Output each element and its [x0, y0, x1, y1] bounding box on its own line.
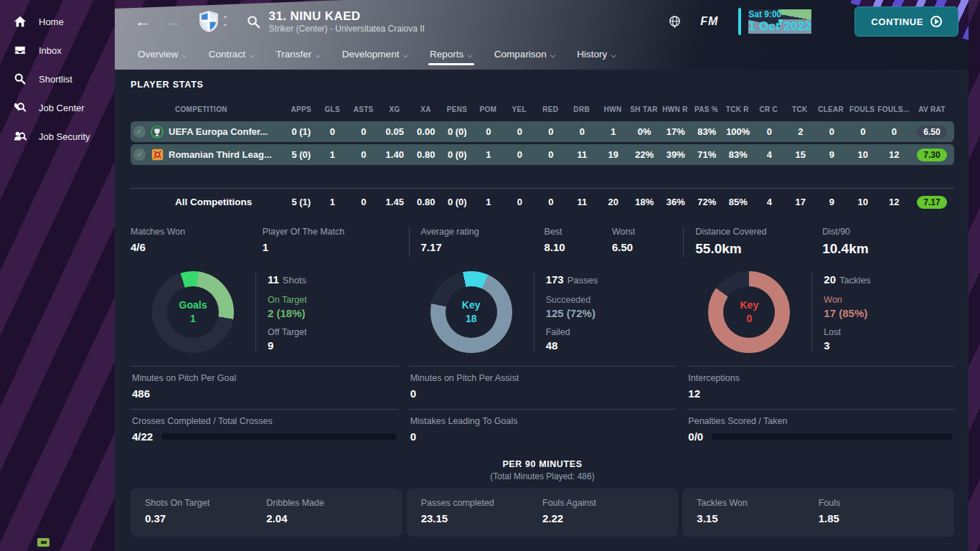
- goals-donut-chart: Goals 1: [152, 271, 234, 353]
- chevron-down-icon: ⌵: [611, 51, 616, 59]
- col-tck[interactable]: TCK: [784, 105, 815, 113]
- col-crc[interactable]: CR C: [753, 105, 784, 113]
- per-90-card-shooting: Shots On Target0.37 Dribbles Made2.04: [131, 489, 402, 537]
- sidebar-item-job-center[interactable]: Job Center: [0, 93, 115, 122]
- per-90-section: PER 90 MINUTES (Total Minutes Played: 48…: [131, 459, 954, 537]
- sidebar-item-job-security[interactable]: Job Security: [0, 122, 115, 151]
- tab-reports[interactable]: Reports⌵: [421, 43, 481, 67]
- sidebar-item-home[interactable]: Home: [0, 7, 115, 36]
- col-yel[interactable]: YEL: [504, 105, 534, 113]
- tab-development[interactable]: Development⌵: [334, 43, 417, 67]
- detail-columns: Minutes on Pitch Per Goal 486 Crosses Co…: [131, 366, 954, 452]
- stat-player-of-the-match: Player Of The Match1: [263, 227, 409, 257]
- stat-average-rating: Average rating7.17: [409, 227, 545, 257]
- search-icon[interactable]: [247, 15, 260, 29]
- col-clear[interactable]: CLEAR: [815, 105, 846, 113]
- tab-history[interactable]: History⌵: [568, 43, 625, 67]
- tackles-panel: Key 0 20Tackles Won17 (85%) Lost3: [687, 265, 954, 359]
- stat-distance-per-90: Dist/9010.4km: [822, 227, 954, 257]
- donut-panels: Goals 1 11Shots On Target2 (18%) Off Tar…: [131, 265, 954, 359]
- col-pom[interactable]: POM: [473, 105, 504, 113]
- col-hwn[interactable]: HWN: [597, 105, 628, 113]
- col-fouls-against[interactable]: FOULS...: [877, 105, 910, 113]
- competition-name: Romanian Third Leag...: [169, 149, 272, 160]
- chevron-down-icon: ⌵: [550, 51, 556, 59]
- section-title-player-stats: PLAYER STATS: [131, 80, 954, 90]
- stat-minutes-per-assist: Minutes on Pitch Per Assist 0: [409, 366, 677, 409]
- table-row-all-competitions[interactable]: All Competitions 5 (1) 1 0 1.45 0.80 0 (…: [131, 188, 954, 215]
- stat-tackles-won-per-90: Tackles Won3.15: [697, 498, 818, 524]
- sidebar-item-shortlist[interactable]: Shortlist: [0, 65, 115, 93]
- passes-donut-chart: Key 18: [430, 271, 512, 353]
- competition-name: UEFA Europa Confer...: [169, 126, 268, 137]
- app-window: ← → ⌃⌄ 31. NINU KAED Striker (C: [115, 0, 969, 551]
- chevron-down-icon: ⌵: [182, 51, 187, 59]
- tab-comparison[interactable]: Comparison⌵: [486, 43, 564, 67]
- per-90-card-passing: Passes completed23.15 Fouls Against2.22: [407, 489, 679, 537]
- col-hwnr[interactable]: HWN R: [659, 105, 690, 113]
- tackles-donut-chart: Key 0: [708, 271, 790, 353]
- stat-fouls-against-per-90: Fouls Against2.22: [542, 498, 664, 524]
- magnifier-icon: [13, 72, 27, 86]
- col-pens[interactable]: PENS: [441, 105, 472, 113]
- check-circle-icon: ✓: [133, 149, 146, 161]
- globe-icon[interactable]: [668, 15, 682, 29]
- col-gls[interactable]: GLS: [316, 105, 347, 113]
- col-tckr[interactable]: TCK R: [722, 105, 753, 113]
- col-fouls[interactable]: FOULS: [847, 105, 877, 113]
- app-header: ← → ⌃⌄ 31. NINU KAED Striker (C: [115, 0, 969, 70]
- game-date-value: 1 Oct 2022: [748, 19, 811, 34]
- fm-logo: FM: [700, 15, 718, 28]
- connection-status-icon: [37, 538, 50, 547]
- per-90-title: PER 90 MINUTES: [131, 459, 954, 469]
- sidebar: Home Inbox Shortlist Job Center Job Secu…: [0, 0, 115, 551]
- tab-contract[interactable]: Contract⌵: [200, 43, 263, 67]
- tab-transfer[interactable]: Transfer⌵: [267, 43, 329, 67]
- col-shtar[interactable]: SH TAR: [628, 105, 659, 113]
- tab-overview[interactable]: Overview⌵: [129, 43, 196, 67]
- table-row-uefa-europa-conference[interactable]: ✓ UEFA Europa Confer... 0 (1) 0 0 0.05 0…: [131, 121, 954, 142]
- forward-arrow-icon[interactable]: →: [158, 11, 188, 32]
- chevron-down-icon: ⌵: [402, 51, 408, 59]
- average-rating-badge: 7.30: [917, 149, 946, 161]
- table-row-romanian-third-league[interactable]: ✓ Romanian Third Leag... 5 (0) 1 0 1.40 …: [131, 144, 954, 165]
- player-subtitle: Striker (Center) - Universitatea Craiova…: [269, 24, 425, 34]
- heart-search-icon: [13, 100, 27, 115]
- continue-button[interactable]: CONTINUE: [854, 6, 958, 37]
- stat-shots-on-target-per-90: Shots On Target0.37: [145, 498, 266, 524]
- date-accent-bar: [738, 8, 741, 35]
- game-date: Sat 9:00 1 Oct 2022: [738, 8, 811, 35]
- col-pas[interactable]: PAS %: [691, 105, 722, 113]
- sidebar-item-label: Inbox: [39, 45, 62, 56]
- sidebar-item-label: Home: [39, 17, 64, 27]
- col-asts[interactable]: ASTS: [348, 105, 379, 113]
- sidebar-item-label: Job Security: [39, 131, 90, 142]
- club-badge-selector[interactable]: ⌃⌄: [198, 10, 228, 33]
- col-drb[interactable]: DRB: [566, 105, 597, 113]
- sidebar-item-label: Shortlist: [39, 74, 72, 85]
- chevron-down-icon: ⌵: [315, 51, 321, 59]
- col-apps[interactable]: APPS: [286, 105, 316, 113]
- col-avrat[interactable]: AV RAT: [910, 105, 954, 113]
- col-xg[interactable]: XG: [379, 105, 410, 113]
- stat-penalties-scored-taken: Penalties Scored / Taken 0/0: [687, 409, 954, 452]
- sidebar-item-label: Job Center: [39, 103, 85, 113]
- stat-fouls-per-90: Fouls1.85: [819, 498, 940, 524]
- passes-panel: Key 18 173Passes Succeeded125 (72%) Fail…: [409, 265, 677, 359]
- col-red[interactable]: RED: [535, 105, 566, 113]
- sidebar-item-inbox[interactable]: Inbox: [0, 36, 115, 65]
- goals-panel: Goals 1 11Shots On Target2 (18%) Off Tar…: [131, 265, 398, 359]
- stat-distance-covered: Distance Covered55.0km: [683, 227, 822, 257]
- per-90-subtitle: (Total Minutes Played: 486): [131, 471, 954, 481]
- play-circle-icon: [930, 16, 942, 27]
- average-rating-badge: 7.17: [917, 196, 946, 209]
- europa-conference-trophy-icon: [151, 126, 164, 138]
- col-competition[interactable]: COMPETITION: [131, 105, 286, 113]
- check-circle-icon: ✓: [133, 126, 146, 138]
- chevron-down-icon: ⌵: [467, 51, 473, 59]
- stat-passes-completed-per-90: Passes completed23.15: [421, 498, 542, 524]
- col-xa[interactable]: XA: [410, 105, 441, 113]
- stat-mistakes-leading-to-goals: Mistakes Leading To Goals 0: [409, 409, 677, 452]
- penalties-progress-bar: [712, 433, 953, 440]
- back-arrow-icon[interactable]: ←: [128, 11, 158, 32]
